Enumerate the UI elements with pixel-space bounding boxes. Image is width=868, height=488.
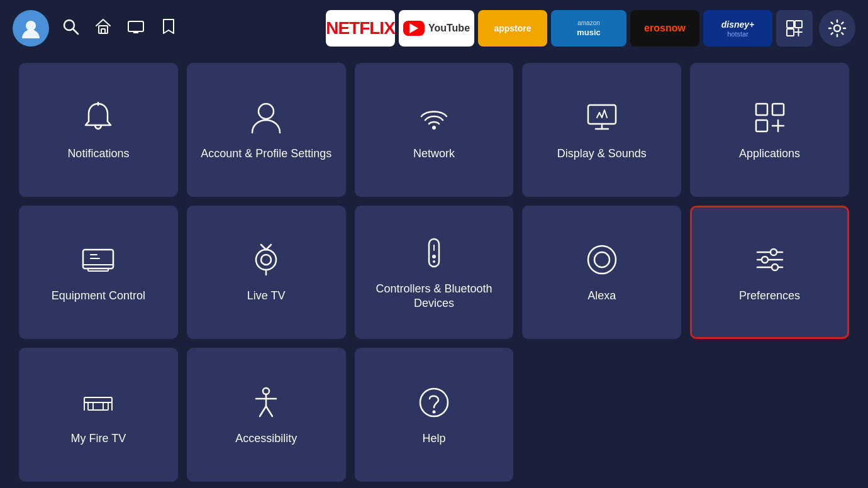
preferences-tile[interactable]: Preferences	[690, 206, 849, 340]
svg-rect-47	[84, 397, 112, 402]
svg-rect-49	[103, 402, 108, 410]
disney-hotstar-button[interactable]: disney+ hotstar	[703, 10, 772, 47]
grid-view-icon	[786, 19, 803, 37]
youtube-label: YouTube	[428, 23, 470, 34]
firetv-icon	[79, 384, 117, 421]
alexa-tile[interactable]: Alexa	[522, 206, 681, 340]
appstore-button[interactable]: appstore	[478, 10, 547, 47]
svg-point-59	[432, 410, 435, 413]
equipment-control-label: Equipment Control	[52, 289, 145, 303]
account-profile-tile[interactable]: Account & Profile Settings	[187, 63, 346, 197]
alexa-label: Alexa	[587, 289, 616, 303]
applications-label: Applications	[739, 147, 800, 161]
youtube-button[interactable]: YouTube	[399, 10, 474, 47]
controllers-bluetooth-tile[interactable]: Controllers & Bluetooth Devices	[355, 206, 514, 340]
display-icon	[583, 99, 621, 136]
svg-point-40	[594, 252, 609, 267]
svg-rect-5	[128, 21, 143, 31]
controllers-bluetooth-label: Controllers & Bluetooth Devices	[355, 282, 514, 311]
svg-rect-17	[588, 105, 616, 124]
wifi-icon	[415, 99, 453, 136]
youtube-logo	[403, 21, 425, 36]
svg-rect-27	[88, 269, 108, 271]
svg-point-53	[263, 388, 269, 394]
hotstar-label: hotstar	[727, 30, 748, 38]
svg-point-13	[834, 25, 840, 31]
svg-point-45	[762, 257, 768, 263]
header: NETFLIX YouTube appstore amazon music er…	[0, 0, 868, 57]
antenna-icon	[247, 241, 285, 279]
help-icon	[415, 384, 453, 421]
svg-line-33	[266, 245, 271, 250]
accessibility-icon	[247, 384, 285, 421]
monitor-icon	[79, 241, 117, 279]
live-tv-tile[interactable]: Live TV	[187, 206, 346, 340]
network-tile[interactable]: Network	[355, 63, 514, 197]
svg-rect-9	[795, 21, 802, 28]
settings-grid: Notifications Account & Profile Settings…	[0, 57, 868, 488]
svg-point-30	[256, 250, 276, 270]
svg-point-46	[772, 264, 778, 270]
search-icon[interactable]	[62, 18, 79, 39]
avatar[interactable]	[13, 10, 49, 47]
amazon-music-top: amazon	[577, 19, 600, 26]
svg-line-57	[266, 406, 272, 416]
erosnow-label: erosnow	[644, 23, 686, 34]
svg-rect-20	[756, 104, 767, 115]
notifications-tile[interactable]: Notifications	[19, 63, 178, 197]
netflix-button[interactable]: NETFLIX	[326, 10, 395, 47]
notifications-label: Notifications	[67, 147, 129, 161]
amazon-music-bottom: music	[577, 28, 601, 37]
svg-point-16	[432, 126, 436, 130]
svg-line-32	[261, 245, 266, 250]
svg-point-44	[771, 249, 777, 255]
svg-point-38	[433, 260, 435, 263]
youtube-play-icon	[409, 23, 418, 33]
network-label: Network	[413, 147, 455, 161]
svg-point-31	[261, 255, 271, 265]
my-fire-tv-tile[interactable]: My Fire TV	[19, 348, 178, 482]
amazon-music-button[interactable]: amazon music	[551, 10, 626, 47]
grid-view-button[interactable]	[776, 10, 813, 47]
svg-line-2	[73, 29, 78, 34]
app-shortcuts: NETFLIX YouTube appstore amazon music er…	[326, 10, 855, 47]
svg-point-39	[588, 246, 616, 274]
tv-icon[interactable]	[127, 18, 145, 39]
netflix-label: NETFLIX	[326, 18, 395, 38]
svg-point-0	[26, 21, 36, 31]
erosnow-button[interactable]: erosnow	[630, 10, 699, 47]
home-icon[interactable]	[94, 18, 112, 39]
alexa-icon	[583, 241, 621, 279]
settings-button[interactable]	[819, 10, 855, 47]
bell-icon	[79, 99, 117, 136]
help-label: Help	[422, 431, 445, 446]
disney-label: disney+	[721, 19, 755, 30]
display-sounds-tile[interactable]: Display & Sounds	[522, 63, 681, 197]
account-profile-label: Account & Profile Settings	[201, 147, 331, 161]
help-tile[interactable]: Help	[355, 348, 514, 482]
remote-icon	[415, 234, 453, 272]
live-tv-label: Live TV	[247, 289, 286, 303]
preferences-label: Preferences	[739, 289, 800, 303]
display-sounds-label: Display & Sounds	[557, 147, 647, 161]
bookmark-icon[interactable]	[160, 18, 177, 39]
svg-line-56	[260, 406, 266, 416]
apps-icon	[751, 99, 789, 136]
person-icon	[247, 99, 285, 136]
nav-icons	[62, 18, 177, 39]
svg-rect-21	[772, 104, 784, 115]
accessibility-label: Accessibility	[235, 431, 297, 446]
my-fire-tv-label: My Fire TV	[71, 431, 126, 446]
svg-rect-10	[787, 29, 794, 36]
svg-point-15	[259, 104, 274, 119]
settings-icon	[828, 19, 847, 38]
equipment-control-tile[interactable]: Equipment Control	[19, 206, 178, 340]
appstore-label: appstore	[494, 23, 531, 33]
svg-rect-4	[101, 29, 105, 33]
svg-rect-22	[756, 120, 767, 131]
accessibility-tile[interactable]: Accessibility	[187, 348, 346, 482]
svg-rect-48	[88, 402, 93, 410]
svg-rect-8	[787, 21, 794, 28]
svg-point-37	[432, 255, 436, 258]
applications-tile[interactable]: Applications	[690, 63, 849, 197]
